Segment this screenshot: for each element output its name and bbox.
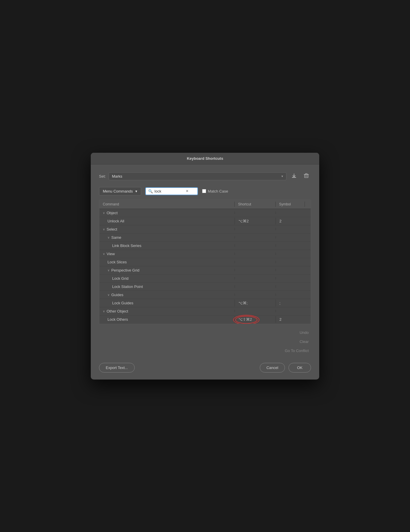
row-label: Lock Guides	[99, 300, 235, 306]
row-label: Link Block Series	[99, 242, 235, 249]
svg-rect-1	[305, 175, 308, 178]
table-row[interactable]: ∨ Object	[99, 209, 311, 217]
table-row[interactable]: Lock Grid	[99, 274, 311, 283]
chevron-icon: ∨	[107, 236, 110, 239]
shortcut-cell	[235, 285, 276, 288]
row-label: ∨ Same	[99, 234, 235, 241]
row-label: Lock Station Point	[99, 283, 235, 290]
table-row[interactable]: Link Block Series	[99, 242, 311, 250]
symbol-cell	[276, 285, 305, 288]
table-row[interactable]: ∨ Select	[99, 225, 311, 234]
symbol-cell	[276, 277, 305, 279]
table-row[interactable]: Lock Others ⌥⇧⌘2 2	[99, 315, 311, 324]
table-row[interactable]: Lock Station Point	[99, 283, 311, 291]
table-row[interactable]: Lock Guides ⌥⌘; ;	[99, 299, 311, 307]
symbol-cell	[276, 261, 305, 263]
column-symbol: Symbol	[276, 202, 305, 207]
row-label: ∨ View	[99, 250, 235, 257]
svg-point-2	[235, 316, 257, 323]
row-label: ∨ Select	[99, 226, 235, 233]
category-chevron-icon: ▾	[135, 189, 137, 193]
delete-set-button[interactable]	[302, 171, 311, 181]
row-label: ∨ Object	[99, 210, 235, 216]
match-case-label: Match Case	[208, 189, 228, 193]
cancel-button[interactable]: Cancel	[260, 363, 285, 373]
search-box: 🔍 ✕	[145, 187, 198, 195]
table-header: Command Shortcut Symbol	[99, 200, 311, 209]
footer-right: Cancel OK	[260, 363, 311, 373]
search-input[interactable]	[155, 189, 184, 193]
search-icon: 🔍	[148, 189, 153, 193]
footer-row: Export Text... Cancel OK	[99, 361, 311, 373]
clear-button[interactable]: Clear	[269, 338, 310, 346]
shortcut-cell	[235, 277, 276, 279]
save-set-button[interactable]	[289, 171, 299, 181]
symbol-cell: 2	[276, 218, 305, 224]
row-label: Lock Grid	[99, 275, 235, 282]
export-text-button[interactable]: Export Text...	[99, 363, 135, 373]
table-row[interactable]: Lock Slices	[99, 258, 311, 266]
shortcut-value: ⌥⇧⌘2	[238, 317, 252, 322]
chevron-icon: ∨	[107, 269, 110, 272]
table-row[interactable]: Unlock All ⌥⌘2 2	[99, 217, 311, 225]
row-label: Lock Slices	[99, 259, 235, 265]
match-case-checkbox[interactable]	[202, 189, 206, 193]
shortcut-cell: ⌥⌘;	[235, 300, 276, 306]
row-label: ∨ Guides	[99, 291, 235, 298]
goto-conflict-button[interactable]: Go To Conflict	[269, 347, 310, 355]
highlighted-shortcut-cell: ⌥⇧⌘2	[235, 316, 276, 323]
row-label: ∨ Other Object	[99, 308, 235, 315]
ok-button[interactable]: OK	[288, 363, 311, 373]
action-buttons-area: Undo Clear Go To Conflict	[99, 329, 311, 355]
category-label: Menu Commands	[103, 189, 133, 193]
chevron-icon: ∨	[103, 252, 105, 255]
search-clear-icon[interactable]: ✕	[186, 189, 189, 193]
table-row[interactable]: ∨ Perspective Grid	[99, 266, 311, 274]
table-body: ∨ Object Unlock All ⌥⌘2 2	[99, 209, 311, 324]
row-label: Unlock All	[99, 218, 235, 224]
chevron-icon: ∨	[107, 293, 110, 296]
set-label: Set:	[99, 174, 106, 179]
shortcut-cell	[235, 244, 276, 247]
table-row[interactable]: ∨ View	[99, 250, 311, 258]
dialog-title: Keyboard Shortcuts	[91, 153, 319, 164]
set-value: Marks	[112, 174, 122, 179]
row-label: ∨ Perspective Grid	[99, 267, 235, 274]
set-dropdown[interactable]: Marks ▾	[109, 172, 286, 180]
column-command: Command	[99, 202, 235, 207]
chevron-icon: ∨	[103, 310, 105, 313]
keyboard-shortcuts-dialog: Keyboard Shortcuts Set: Marks ▾	[91, 153, 319, 380]
symbol-cell	[276, 244, 305, 247]
shortcut-cell: ⌥⌘2	[235, 218, 276, 224]
shortcuts-table: Command Shortcut Symbol ∨ Object	[99, 200, 311, 324]
chevron-down-icon: ▾	[281, 174, 283, 178]
symbol-cell: 2	[276, 316, 305, 323]
set-row: Set: Marks ▾	[99, 171, 311, 181]
table-row[interactable]: ∨ Same	[99, 234, 311, 242]
category-dropdown[interactable]: Menu Commands ▾	[99, 187, 141, 195]
chevron-icon: ∨	[103, 211, 105, 214]
svg-rect-0	[292, 177, 296, 178]
chevron-icon: ∨	[103, 228, 105, 231]
table-row[interactable]: ∨ Guides	[99, 291, 311, 299]
shortcut-cell	[235, 261, 276, 263]
row-label: Lock Others	[99, 316, 235, 323]
column-extra	[305, 202, 311, 207]
column-shortcut: Shortcut	[235, 202, 276, 207]
undo-button[interactable]: Undo	[269, 329, 310, 337]
controls-row: Menu Commands ▾ 🔍 ✕ Match Case	[99, 187, 311, 195]
symbol-cell: ;	[276, 300, 305, 306]
table-row[interactable]: ∨ Other Object	[99, 307, 311, 315]
match-case-area: Match Case	[202, 189, 228, 193]
